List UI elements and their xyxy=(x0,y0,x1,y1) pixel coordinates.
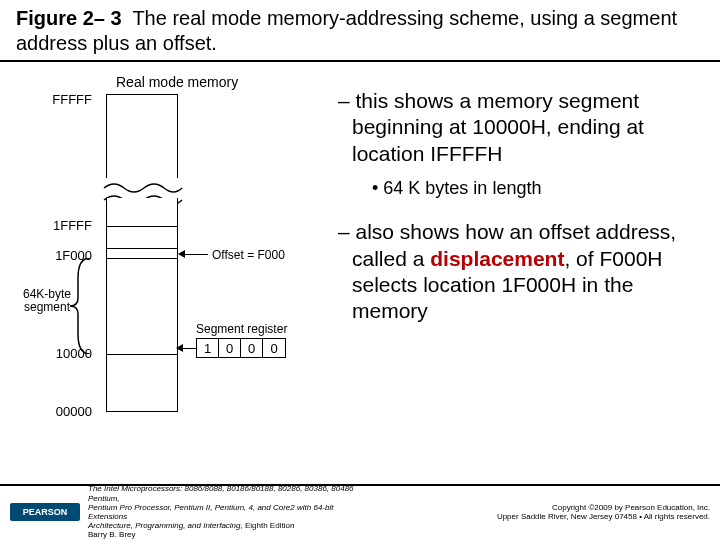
offset-label: Offset = F000 xyxy=(212,248,285,262)
note-1-sub: • 64 K bytes in length xyxy=(372,177,708,200)
notes-list: – this shows a memory segment beginning … xyxy=(332,70,708,442)
brace-icon xyxy=(70,258,94,354)
displacement-term: displacement xyxy=(430,247,564,270)
addr-top: FFFFF xyxy=(38,92,92,107)
seg-digit-0: 1 xyxy=(197,339,219,357)
addr-bottom: 00000 xyxy=(38,404,92,419)
seg-digit-2: 0 xyxy=(241,339,263,357)
segment-register-label: Segment register xyxy=(196,322,287,336)
memory-upper-block xyxy=(106,94,178,186)
figure-number: Figure 2– 3 xyxy=(16,7,122,29)
segment-bottom-line xyxy=(106,354,178,355)
offset-line-2 xyxy=(106,258,178,259)
figure-caption: Figure 2– 3 The real mode memory-address… xyxy=(0,0,720,62)
book-citation: The Intel Microprocessors: 8086/8088, 80… xyxy=(88,484,358,539)
arrowhead-icon xyxy=(178,250,185,258)
note-1: – this shows a memory segment beginning … xyxy=(338,88,708,167)
brace-label: 64K-byte segment xyxy=(22,288,72,314)
memory-lower-block xyxy=(106,198,178,412)
diagram-title: Real mode memory xyxy=(116,74,238,90)
seg-digit-1: 0 xyxy=(219,339,241,357)
segment-top-line xyxy=(106,226,178,227)
pearson-logo: PEARSON xyxy=(10,503,80,521)
seg-arrowhead-icon xyxy=(176,344,183,352)
offset-line-1 xyxy=(106,248,178,249)
addr-seg-end: 1FFFF xyxy=(38,218,92,233)
memory-diagram: Real mode memory FFFFF 1FFFF 1F000 10000… xyxy=(12,70,332,442)
footer: PEARSON The Intel Microprocessors: 8086/… xyxy=(0,484,720,540)
copyright: Copyright ©2009 by Pearson Education, In… xyxy=(358,503,710,521)
seg-digit-3: 0 xyxy=(263,339,285,357)
segment-register-box: 1 0 0 0 xyxy=(196,338,286,358)
note-2: – also shows how an offset address, call… xyxy=(338,219,708,324)
